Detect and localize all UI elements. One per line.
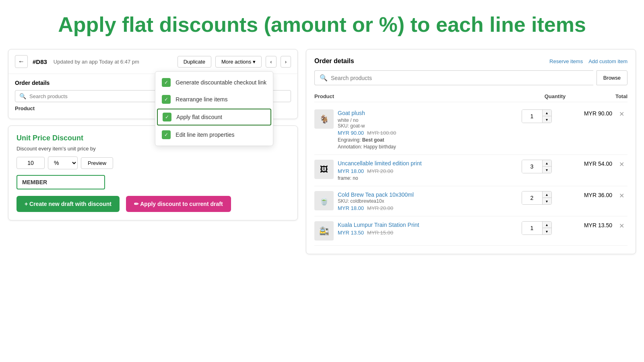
product-details-2: Cold Brew Tea pack 10x300ml SKU: coldbre… [338,191,509,211]
table-row: 🖼 Uncancellable limited edition print MY… [314,155,627,186]
discount-unit-select[interactable]: % MYR [48,156,78,169]
qty-control-1: ▴ ▾ [512,160,561,173]
product-price-row-3: MYR 13.50 MYR 15.00 [338,230,509,236]
right-search-bar[interactable]: 🔍 [314,70,593,85]
search-icon: 🔍 [19,93,26,99]
qty-input-1[interactable] [522,160,542,173]
product-sku-0: SKU: goat-w [338,123,509,129]
right-search-wrap: 🔍 Browse [314,70,627,85]
qty-input-3[interactable] [522,222,542,234]
qty-buttons-1: ▴ ▾ [542,160,551,173]
product-price-row-1: MYR 18.00 MYR 20.00 [338,168,509,174]
add-custom-item-button[interactable]: Add custom item [588,58,627,64]
right-panel-title: Order details [314,58,354,65]
price-current-2: MYR 18.00 [338,205,364,211]
remove-button-3[interactable]: ✕ [615,221,627,230]
preview-button[interactable]: Preview [81,157,113,169]
order-card-header: ← #D83 Updated by an app Today at 6:47 p… [8,49,297,74]
total-0: MYR 90.00 [564,109,612,117]
right-search-input[interactable] [331,75,588,81]
qty-input-wrap-3: ▴ ▾ [522,221,552,235]
price-original-2: MYR 20.00 [367,205,393,211]
right-search-icon: 🔍 [320,74,328,82]
price-original-3: MYR 15.00 [367,230,393,236]
qty-up-0[interactable]: ▴ [543,110,551,116]
product-name-3[interactable]: Kuala Lumpur Train Station Print [338,222,419,228]
total-1: MYR 54.00 [564,160,612,167]
col-total: Total [579,93,627,99]
product-annotation-0: Annotation: Happy birthday [338,144,509,150]
product-thumb-1: 🖼 [314,160,334,179]
price-original-0: MYR 100.00 [367,130,396,136]
table-row: 🍵 Cold Brew Tea pack 10x300ml SKU: coldb… [314,186,627,216]
browse-button[interactable]: Browse [597,70,627,85]
product-name-0[interactable]: Goat plush [338,110,365,116]
product-name-1[interactable]: Uncancellable limited edition print [338,160,422,167]
rearrange-icon: ✓ [162,95,171,104]
flat-discount-icon: ✓ [163,113,171,121]
dropdown-item-rearrange-label: Rearrange line items [175,96,227,103]
product-price-row-2: MYR 18.00 MYR 20.00 [338,205,509,211]
discount-amount-input[interactable] [17,157,45,169]
header-actions: Duplicate More actions ▾ ‹ › [178,56,291,68]
price-current-0: MYR 90.00 [338,130,364,136]
nav-prev-button[interactable]: ‹ [266,56,276,68]
right-panel-header: Order details Reserve items Add custom i… [314,58,627,65]
more-actions-button[interactable]: More actions ▾ [215,56,262,68]
duplicate-button[interactable]: Duplicate [178,56,211,68]
qty-input-0[interactable] [522,110,542,123]
right-panel-actions: Reserve items Add custom item [549,58,627,64]
qty-control-3: ▴ ▾ [512,221,561,235]
qty-up-2[interactable]: ▴ [543,191,551,198]
product-engraving-0: Engraving: Best goat [338,137,509,143]
qty-down-1[interactable]: ▾ [543,167,551,173]
dropdown-item-checkout[interactable]: ✓ Generate discountable checkout link [155,74,273,91]
product-info-2: 🍵 Cold Brew Tea pack 10x300ml SKU: coldb… [314,191,509,211]
back-button[interactable]: ← [15,55,28,68]
col-quantity: Quantity [531,93,579,99]
qty-down-0[interactable]: ▾ [543,116,551,123]
create-draft-button[interactable]: + Create new draft with discount [17,196,120,212]
col-product: Product [314,93,531,99]
dropdown-item-flat-discount[interactable]: ✓ Apply flat discount [157,109,271,125]
left-panel: ← #D83 Updated by an app Today at 6:47 p… [8,49,298,220]
qty-up-1[interactable]: ▴ [543,160,551,167]
remove-button-1[interactable]: ✕ [615,160,627,168]
product-details-3: Kuala Lumpur Train Station Print MYR 13.… [338,221,509,236]
qty-buttons-2: ▴ ▾ [542,191,551,204]
product-thumb-2: 🍵 [314,191,334,210]
price-original-1: MYR 20.00 [367,168,393,174]
qty-control-2: ▴ ▾ [512,191,561,205]
product-name-2[interactable]: Cold Brew Tea pack 10x300ml [338,191,414,198]
qty-input-wrap-0: ▴ ▾ [522,109,552,123]
apply-discount-button[interactable]: ✏ Apply discount to current draft [126,196,231,212]
product-thumb-0: 🐐 [314,109,334,129]
dropdown-item-line-item[interactable]: ✓ Edit line item properties [155,126,273,143]
nav-next-button[interactable]: › [281,56,291,68]
qty-input-2[interactable] [522,191,542,204]
price-current-1: MYR 18.00 [338,168,364,174]
discount-tag-input[interactable] [17,175,105,189]
order-meta: Updated by an app Today at 6:47 pm [54,59,139,65]
dropdown-item-rearrange[interactable]: ✓ Rearrange line items [155,91,273,108]
table-row: 🚉 Kuala Lumpur Train Station Print MYR 1… [314,216,627,246]
table-row: 🐐 Goat plush white / no SKU: goat-w MYR … [314,105,627,155]
qty-up-3[interactable]: ▴ [543,222,551,228]
product-price-row-0: MYR 90.00 MYR 100.00 [338,130,509,136]
order-id: #D83 [33,58,47,65]
product-details-1: Uncancellable limited edition print MYR … [338,160,509,181]
product-details-0: Goat plush white / no SKU: goat-w MYR 90… [338,109,509,150]
right-panel: Order details Reserve items Add custom i… [306,49,636,254]
qty-buttons-3: ▴ ▾ [542,222,551,234]
dropdown-menu: ✓ Generate discountable checkout link ✓ … [155,71,273,146]
qty-down-3[interactable]: ▾ [543,228,551,234]
discount-actions: + Create new draft with discount ✏ Apply… [17,196,289,212]
product-sku-2: SKU: coldbrewtea10x [338,198,509,204]
reserve-items-button[interactable]: Reserve items [549,58,583,64]
dropdown-item-flat-discount-label: Apply flat discount [176,114,222,120]
discount-inputs: % MYR Preview [17,156,289,169]
remove-button-0[interactable]: ✕ [615,109,627,118]
discount-subtitle: Discount every item's unit price by [17,146,289,152]
remove-button-2[interactable]: ✕ [615,191,627,200]
qty-down-2[interactable]: ▾ [543,198,551,204]
